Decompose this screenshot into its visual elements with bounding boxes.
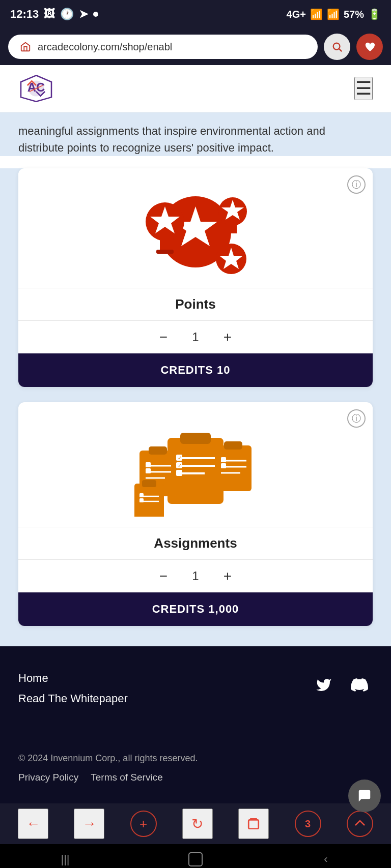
- points-info-button[interactable]: ⓘ: [347, 175, 366, 194]
- android-nav: ||| ‹: [0, 844, 391, 868]
- svg-rect-44: [139, 493, 144, 497]
- nav-tabs-button[interactable]: [238, 809, 269, 839]
- site-footer: Home Read The Whitepaper © 2024 Invenniu…: [0, 646, 391, 803]
- points-qty-value: 1: [188, 330, 203, 344]
- browser-home-icon: [18, 40, 33, 54]
- points-qty-increase-button[interactable]: +: [218, 328, 237, 346]
- status-left: 12:13 🖼 🕐 ➤: [10, 8, 98, 21]
- product-card-assignments: ⓘ ✓ ✓: [18, 402, 373, 626]
- assignments-info-button[interactable]: ⓘ: [347, 409, 366, 428]
- gallery-icon: 🖼: [44, 8, 55, 21]
- discord-icon[interactable]: [346, 672, 373, 698]
- footer-nav: Home Read The Whitepaper: [18, 672, 128, 712]
- svg-rect-33: [215, 445, 252, 491]
- svg-rect-41: [142, 480, 156, 487]
- svg-rect-10: [156, 250, 174, 254]
- svg-line-1: [339, 49, 342, 51]
- browser-favorite-button[interactable]: [356, 34, 383, 60]
- svg-rect-13: [229, 224, 237, 233]
- android-home-button[interactable]: [180, 849, 211, 868]
- logo-wrap: AC: [18, 73, 54, 104]
- product-card-points: ⓘ Points: [18, 168, 373, 387]
- svg-text:✓: ✓: [178, 455, 182, 461]
- svg-rect-40: [134, 484, 164, 517]
- url-text: arcadecolony.com/shop/enabl: [38, 41, 308, 53]
- assignments-qty-decrease-button[interactable]: −: [154, 567, 173, 585]
- points-qty-area: − 1 +: [18, 320, 373, 353]
- svg-rect-31: [146, 462, 151, 467]
- svg-rect-32: [146, 468, 151, 473]
- android-back-button[interactable]: ‹: [311, 849, 341, 868]
- site-header: AC ☰: [0, 65, 391, 112]
- notification-dot: [93, 12, 98, 17]
- android-recent-button[interactable]: |||: [50, 849, 80, 868]
- points-title-area: Points: [18, 288, 373, 320]
- svg-rect-39: [221, 463, 226, 468]
- nav-add-button[interactable]: +: [130, 811, 157, 837]
- arrow-icon: ➤: [79, 8, 88, 21]
- hamburger-menu-button[interactable]: ☰: [354, 77, 373, 100]
- social-icons: [311, 672, 373, 698]
- signal-label: 4G+: [287, 9, 306, 20]
- signal-bars-icon: 📶: [310, 8, 323, 20]
- svg-rect-46: [249, 820, 259, 828]
- footer-terms-link[interactable]: Terms of Service: [91, 772, 162, 783]
- footer-privacy-link[interactable]: Privacy Policy: [18, 772, 78, 783]
- bottom-nav: ← → + ↻ 3: [0, 803, 391, 844]
- chat-button[interactable]: [348, 780, 381, 812]
- points-buy-button[interactable]: CREDITS 10: [18, 353, 373, 387]
- intro-section: meaningful assignments that inspire envi…: [0, 112, 391, 156]
- assignments-buy-button[interactable]: CREDITS 1,000: [18, 592, 373, 626]
- assignments-title: Assignments: [154, 535, 237, 551]
- clock-icon: 🕐: [60, 8, 74, 21]
- svg-rect-27: [149, 446, 167, 455]
- url-bar[interactable]: arcadecolony.com/shop/enabl: [8, 35, 318, 59]
- svg-rect-25: [176, 470, 182, 476]
- svg-rect-17: [180, 433, 211, 444]
- nav-back-button[interactable]: ←: [18, 809, 48, 839]
- footer-policy-links: Privacy Policy Terms of Service: [18, 772, 373, 783]
- nav-forward-button[interactable]: →: [74, 809, 104, 839]
- assignments-title-area: Assignments: [18, 527, 373, 559]
- browser-search-button[interactable]: [324, 34, 350, 60]
- battery-icon: 🔋: [368, 8, 381, 20]
- assignments-image-area: ✓ ✓: [18, 402, 373, 527]
- assignments-icon: ✓ ✓: [129, 417, 262, 517]
- status-right: 4G+ 📶 📶 57% 🔋: [287, 8, 381, 20]
- nav-reload-button[interactable]: ↻: [182, 809, 213, 839]
- cards-section: ⓘ Points: [0, 168, 391, 646]
- points-image-area: [18, 168, 373, 288]
- status-time: 12:13: [10, 8, 39, 21]
- footer-link-home[interactable]: Home: [18, 672, 128, 685]
- nav-windows-button[interactable]: 3: [295, 811, 321, 837]
- points-title: Points: [175, 296, 215, 312]
- svg-text:✓: ✓: [178, 463, 182, 468]
- status-bar: 12:13 🖼 🕐 ➤ 4G+ 📶 📶 57% 🔋: [0, 0, 391, 28]
- assignments-qty-area: − 1 +: [18, 559, 373, 592]
- footer-link-whitepaper[interactable]: Read The Whitepaper: [18, 692, 128, 705]
- points-qty-decrease-button[interactable]: −: [154, 328, 173, 346]
- footer-top: Home Read The Whitepaper: [18, 672, 373, 728]
- svg-rect-38: [221, 457, 226, 462]
- footer-copyright: © 2024 Invennium Corp., all rights reser…: [18, 753, 373, 764]
- site-logo: AC: [18, 73, 54, 104]
- assignments-qty-value: 1: [188, 569, 203, 583]
- browser-bar: arcadecolony.com/shop/enabl: [0, 28, 391, 65]
- assignments-qty-increase-button[interactable]: +: [218, 567, 237, 585]
- svg-point-0: [333, 43, 340, 50]
- signal-bars2-icon: 📶: [327, 8, 340, 20]
- nav-menu-button[interactable]: [347, 811, 373, 837]
- intro-text: meaningful assignments that inspire envi…: [18, 123, 373, 156]
- points-icon: [137, 184, 254, 278]
- svg-rect-34: [224, 441, 242, 450]
- svg-rect-45: [139, 498, 144, 502]
- twitter-icon[interactable]: [311, 672, 337, 698]
- battery-label: 57%: [344, 9, 364, 20]
